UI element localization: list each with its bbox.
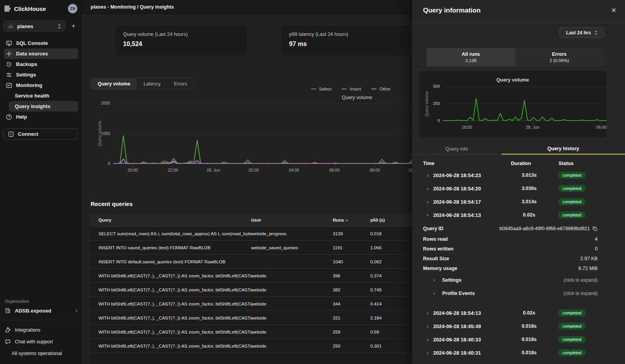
column-runs[interactable]: Runs▾ [333,218,370,222]
chevron-right-icon[interactable]: › [425,350,431,356]
detail-value: b0845aa9-a8c9-49f0-8f68-e678669bd921 [500,226,598,231]
chevron-right-icon[interactable]: › [425,199,431,205]
brand-name[interactable]: ClickHouse [14,5,46,12]
y-tick-label: 500 [424,84,440,89]
sort-down-icon: ▾ [346,218,348,222]
sidebar-item-help[interactable]: Help [4,112,78,122]
history-duration: 0.018s [511,350,548,355]
cell-p50: 0.745 [370,288,412,292]
sidebar-item-monitoring[interactable]: Monitoring [4,80,78,91]
cell-p50: 0.374 [370,273,412,278]
chevron-right-icon[interactable]: › [425,323,431,329]
status-badge: completed [558,349,586,356]
history-row[interactable]: › 2024-06-28 18:54:20 3.036s completed [412,182,625,195]
history-row[interactable]: › 2024-06-28 18:40:31 0.018s completed [412,346,625,359]
chevron-right-icon[interactable]: › [434,291,439,296]
segment-label: Errors [552,51,567,57]
close-icon[interactable]: ✕ [611,7,616,14]
connect-button[interactable]: Connect [3,128,77,140]
data-sources-icon [5,50,12,57]
history-duration: 0.018s [511,323,548,329]
tab-errors[interactable]: Errors [167,78,194,89]
legend-label: Select [319,87,332,91]
sidebar-item-service-health[interactable]: Service health [9,91,78,101]
table-row[interactable]: WITH bitShiftLeft(CAST(?..), _CAST(?..))… [91,297,412,311]
table-row[interactable]: SELECT sum(read_rows) AS r, sum(total_ro… [91,226,412,240]
table-row[interactable]: WITH bitShiftLeft(CAST(?..), _CAST(?..))… [91,325,412,339]
chevron-right-icon[interactable]: › [425,310,431,316]
sidebar-item-sql-console[interactable]: SQL Console [4,38,78,48]
column-p50: p50 (s) [370,218,412,222]
history-row[interactable]: › 2024-06-28 18:54:13 0.02s completed [412,306,625,320]
cell-query: WITH bitShiftLeft(CAST(?..), _CAST(?..))… [91,273,251,278]
table-row[interactable]: WITH bitShiftLeft(CAST(?..), _CAST(?..))… [91,282,412,297]
time-range-selector[interactable]: Last 24 hrs [559,27,604,38]
detail-row-profile-events[interactable]: ›Profile Events(click to expand) [412,287,625,300]
chevron-right-icon[interactable]: › [434,277,439,283]
legend-item-other[interactable]: Other [371,87,391,91]
sidebar-item-chat-with-support[interactable]: Chat with support [5,337,77,347]
table-row[interactable]: INSERT INTO saved_queries (text) FORMAT … [91,240,412,254]
column-user: User [251,218,333,222]
cell-query: INSERT INTO saved_queries (text) FORMAT … [91,245,251,250]
table-row[interactable]: WITH bitShiftLeft(CAST(?..), _CAST(?..))… [91,339,412,353]
chevron-right-icon[interactable]: › [425,172,431,178]
x-tick-label: 04:00 [289,168,299,172]
chevron-right-icon[interactable]: › [425,212,431,218]
table-row[interactable]: WITH bitShiftLeft(CAST(?..), _CAST(?..))… [91,268,412,282]
cell-runs: 321 [333,316,370,320]
sidebar-item-data-sources[interactable]: Data sources [4,48,78,59]
table-row[interactable]: INSERT INTO default.saved_queries (text)… [91,254,412,268]
tab-query-history[interactable]: Query history [502,143,625,154]
history-time: 2024-06-28 18:54:13 [433,212,511,218]
cell-user: website [251,302,333,306]
history-row[interactable]: › 2024-06-28 18:54:17 3.014s completed [412,195,625,208]
legend-item-select[interactable]: Select [311,87,332,91]
sidebar-item-backups[interactable]: Backups [4,59,78,69]
query-details: Query IDb0845aa9-a8c9-49f0-8f68-e678669b… [412,223,625,300]
recent-queries-table: Query User Runs▾ p50 (s) SELECT sum(read… [91,214,412,364]
y-tick-label: 0 [95,161,110,166]
chart-plot[interactable] [113,103,412,164]
copy-icon[interactable] [592,226,598,231]
workspace-selector[interactable]: planes [3,21,66,32]
add-service-button[interactable]: + [70,23,77,30]
history-row[interactable]: › 2024-06-28 18:54:13 0.02s completed [412,208,625,222]
history-row[interactable]: › 2024-06-28 18:54:23 3.013s completed [412,169,625,182]
tab-latency[interactable]: Latency [137,78,167,89]
table-row[interactable]: WITH bitShiftLeft(CAST(?..), _CAST(?..))… [91,311,412,325]
legend-label: Insert [350,87,361,91]
user-avatar[interactable]: ZN [68,4,77,13]
tab-query-volume[interactable]: Query volume [91,78,137,89]
legend-item-insert[interactable]: Insert [341,87,361,91]
history-row[interactable]: › 2024-06-28 18:45:49 0.018s completed [412,320,625,333]
cell-user: website_progress [251,231,333,236]
cell-p50: 2.184 [370,316,412,320]
sidebar-item-integrations[interactable]: Integrations [5,325,77,335]
query-volume-chart: Query volume Query volume 20001000020:00… [82,92,412,189]
status-badge: completed [558,211,586,218]
cell-runs: 344 [333,302,370,306]
column-query: Query [91,218,251,222]
sidebar-item-query-insights[interactable]: Query insights [9,101,78,112]
sidebar-item-all-systems-operational[interactable]: All systems operational [5,348,77,359]
chevron-right-icon[interactable]: › [425,186,431,192]
query-information-panel: Query information ✕ Last 24 hrs All runs… [412,0,625,364]
chevron-right-icon[interactable]: › [425,337,431,343]
mini-chart-plot[interactable] [443,87,607,121]
sidebar-item-settings[interactable]: Settings [4,69,78,80]
table-row-partial[interactable] [91,353,412,364]
segment-value: 3,138 [465,58,477,63]
console-icon [5,40,12,46]
organization-item[interactable]: ADSB.exposed › [5,307,77,314]
detail-row-settings[interactable]: ›Settings(click to expand) [412,274,625,286]
x-tick-label: 18:00 [462,125,472,130]
x-tick-label: 06:00 [596,125,606,130]
segment-errors[interactable]: Errors2 (0.06%) [515,48,604,66]
app-root: ClickHouse ZN planes + SQL Console Data … [0,0,625,364]
history-row[interactable]: › 2024-06-28 18:40:33 0.018s completed [412,333,625,346]
tab-query-info[interactable]: Query info [412,143,502,154]
detail-label: Query ID [423,226,443,231]
segment-all-runs[interactable]: All runs3,138 [427,48,515,66]
history-duration: 0.02s [511,212,548,218]
